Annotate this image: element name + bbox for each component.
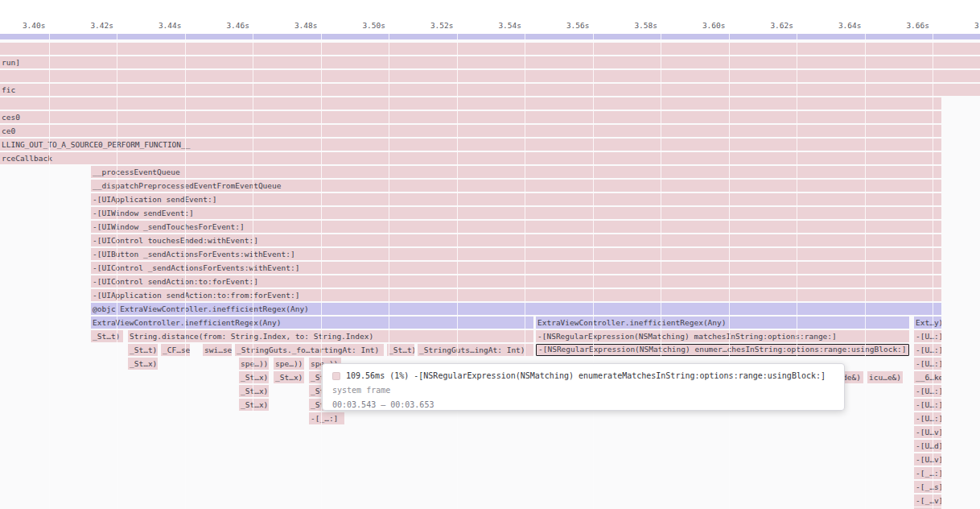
frame-block-selected[interactable]: -[NSRegularExpression(NSMatching) enumer… [536, 344, 909, 356]
time-tick-label: 3.48s [249, 21, 318, 30]
frame-block[interactable]: ExtraViewController.inefficientRegex(Any… [91, 317, 533, 329]
tooltip-title: 109.56ms (1%) -[NSRegularExpression(NSMa… [346, 369, 826, 383]
time-tick-label: 3.56s [521, 21, 590, 30]
grid-line [661, 34, 661, 509]
frame-block[interactable]: -[_…:] [914, 467, 941, 479]
frame-block[interactable]: run] [0, 56, 980, 68]
frame-block[interactable]: swi…se [203, 344, 232, 356]
frame-block[interactable]: -[U…d] [914, 440, 941, 452]
frame-block[interactable]: fic [0, 84, 980, 96]
frame-block[interactable]: -[UIButton _sendActionsForEvents:withEve… [91, 248, 941, 260]
frame-block[interactable]: ExtraViewController.inefficientRegex(Any… [536, 317, 909, 329]
time-tick-label: 3.40s [0, 21, 46, 30]
frame-block[interactable]: __processEventQueue [91, 166, 941, 178]
grid-line [253, 34, 253, 509]
time-tick-label: 3.44s [113, 21, 182, 30]
frame-block[interactable]: -[_…v] [914, 495, 941, 507]
frame-block[interactable]: -[U…:] [914, 412, 941, 424]
grid-line [797, 34, 797, 509]
frame-block[interactable]: -[UIControl _sendActionsForEvents:withEv… [91, 262, 941, 274]
time-tick-label: 3.50s [316, 21, 385, 30]
frame-block[interactable]: _St…x) [239, 385, 269, 397]
frame-block[interactable]: -[NSRegularExpression(NSMatching) matche… [536, 330, 909, 342]
frame-block[interactable]: _St…t) [128, 344, 158, 356]
frame-color-swatch-icon [332, 372, 340, 380]
time-tick-label: 3.68s [929, 21, 980, 30]
time-tick-label: 3.52s [385, 21, 454, 30]
frame-block[interactable]: _St…x) [239, 399, 269, 411]
flame-chart: 3.40s3.42s3.44s3.46s3.48s3.50s3.52s3.54s… [0, 0, 980, 509]
frame-block[interactable]: -[UIControl sendAction:to:forEvent:] [91, 275, 941, 288]
frame-block[interactable]: -[UIWindow _sendTouchesForEvent:] [91, 221, 941, 233]
time-tick-label: 3.58s [588, 21, 657, 30]
frame-block[interactable]: -[U…:] [914, 330, 941, 342]
grid-line [49, 34, 50, 509]
frame-block[interactable]: icu…e&) [867, 371, 903, 383]
frame-block[interactable]: -[U…:] [914, 385, 941, 397]
time-ruler: 3.40s3.42s3.44s3.46s3.48s3.50s3.52s3.54s… [0, 0, 980, 34]
grid-line [389, 34, 389, 509]
frame-block[interactable]: -[U…:] [914, 399, 941, 411]
selection-strip[interactable] [0, 34, 980, 39]
frame-block[interactable]: -[_…:] [309, 412, 344, 424]
frame-block[interactable]: -[U…:] [914, 358, 941, 370]
frame-block[interactable]: _St…x) [239, 371, 269, 383]
grid-line [457, 34, 458, 509]
time-tick-label: 3.42s [44, 21, 113, 30]
frame-block[interactable]: __dispatchPreprocessedEventFromEventQueu… [91, 180, 941, 192]
frame-block[interactable]: LLING_OUT_TO_A_SOURCE0_PERFORM_FUNCTION_… [0, 139, 941, 151]
frame-block[interactable]: _StringGuts._fo…tartingAt: Int) [235, 344, 384, 356]
frame-block[interactable]: -[U…v] [914, 453, 941, 466]
tooltip: 109.56ms (1%) -[NSRegularExpression(NSMa… [322, 363, 845, 411]
frame-block[interactable]: -[UIWindow sendEvent:] [91, 207, 941, 219]
grid-line [729, 34, 730, 509]
tooltip-time-range: 00:03.543 — 00:03.653 [332, 398, 834, 412]
frame-block[interactable]: Ext…y) [914, 317, 941, 329]
frame-block[interactable]: spe…)) [274, 358, 304, 370]
frame-block[interactable]: -[U…v] [914, 426, 941, 438]
frame-block[interactable]: spe…)) [239, 358, 269, 370]
frame-block[interactable]: -[UIApplication sendAction:to:from:forEv… [91, 289, 941, 301]
grid-line [933, 34, 933, 509]
frame-block[interactable]: -[U…:] [914, 344, 941, 356]
frame-block[interactable]: ces0 [0, 111, 941, 123]
grid-line [593, 34, 594, 509]
frame-block[interactable]: __6…ke [914, 371, 941, 383]
grid-line [865, 34, 866, 509]
grid-line [117, 34, 117, 509]
frame-block[interactable]: _St…x) [128, 358, 158, 370]
frame-block[interactable]: _StringGuts…ingAt: Int) [418, 344, 533, 356]
grid-line [525, 34, 525, 509]
time-tick-label: 3.62s [724, 21, 793, 30]
frame-block[interactable]: _St…t) [91, 330, 123, 342]
grid-line [185, 34, 186, 509]
time-tick-label: 3.64s [793, 21, 862, 30]
time-tick-label: 3.66s [860, 21, 929, 30]
frame-block[interactable]: -[UIControl touchesEnded:withEvent:] [91, 234, 941, 246]
tooltip-title-row: 109.56ms (1%) -[NSRegularExpression(NSMa… [332, 369, 834, 383]
grid-line [321, 34, 322, 509]
frame-block[interactable]: _St…t) [387, 344, 414, 356]
frame-block[interactable]: ce0 [0, 125, 941, 137]
time-tick-label: 3.60s [657, 21, 726, 30]
frame-block[interactable]: -[_…s] [914, 481, 941, 493]
frame-block[interactable]: String.distance(from: String.Index, to: … [128, 330, 533, 342]
frame-block[interactable] [0, 70, 980, 82]
frame-block[interactable]: _St…x) [274, 371, 304, 383]
frame-block[interactable] [0, 97, 941, 110]
frame-block[interactable]: -[UIApplication sendEvent:] [91, 193, 941, 205]
frame-block[interactable]: @objc ExtraViewController.inefficientReg… [91, 303, 941, 315]
tooltip-subtitle: system frame [332, 383, 834, 398]
frame-block[interactable]: rceCallback [0, 152, 941, 164]
time-tick-label: 3.46s [180, 21, 249, 30]
frame-block[interactable] [0, 43, 980, 55]
time-tick-label: 3.54s [452, 21, 521, 30]
